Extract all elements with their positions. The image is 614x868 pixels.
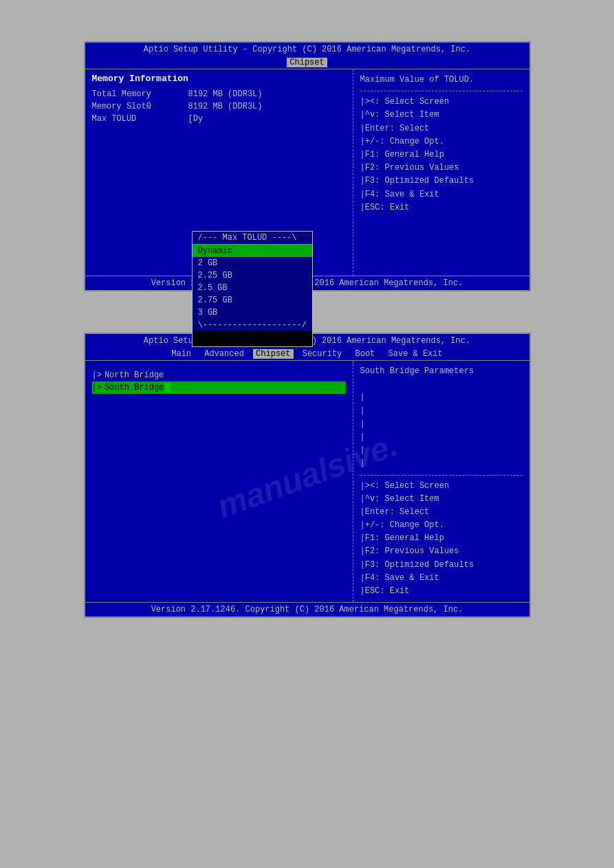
dropdown-popup[interactable]: /--- Max TOLUD ----\ Dynamic 2 GB 2.25 G… [192,231,313,347]
dropdown-footer-line: \--------------------/ [193,319,312,331]
help-change-opt-2: |+/-: Change Opt. [360,519,523,532]
help-f4-2: |F4: Save & Exit [360,572,523,585]
nav-tab-chipset[interactable]: Chipset [253,349,293,359]
screen2-spacer2: | [360,405,523,418]
screen2-spacer3: | [360,418,523,431]
bios-screen-1: Aptio Setup Utility – Copyright (C) 2016… [84,41,531,291]
screen1-left-panel: Memory Information Total Memory 8192 MB … [85,69,353,276]
screen2-left-panel: |> North Bridge |> South Bridge [85,361,353,602]
field-max-tolud: Max TOLUD [Dy [92,114,346,124]
screen1-section-title: Memory Information [92,74,346,84]
screen2-right-panel: South Bridge Parameters | | | | | | |><:… [353,361,529,602]
field-total-memory: Total Memory 8192 MB (DDR3L) [92,89,346,99]
help-enter-2: |Enter: Select [360,506,523,519]
help-f2-1: |F2: Previous Values [360,162,523,175]
field-memory-slot0-value: 8192 MB (DDR3L) [188,102,263,111]
field-max-tolud-value: [Dy [188,114,204,124]
help-esc-1: |ESC: Exit [360,201,523,214]
dropdown-item-3gb[interactable]: 3 GB [193,307,312,319]
nav-tab-boot[interactable]: Boot [351,349,380,359]
screen1-header: Aptio Setup Utility – Copyright (C) 2016… [85,43,529,56]
screen2-help-separator [360,475,523,476]
help-select-screen-2: |><: Select Screen [360,480,523,493]
screen2-right-help: South Bridge Parameters | | | | | | |><:… [360,365,523,598]
north-bridge-label: North Bridge [105,370,164,380]
screen2-spacer5: | [360,444,523,457]
screen2-spacer4: | [360,431,523,444]
help-select-screen-1: |><: Select Screen [360,96,523,109]
bios-screen-2: manualsive. Aptio Setup Utility – Copyri… [84,333,531,618]
field-total-memory-label: Total Memory [92,89,188,99]
help-f3-2: |F3: Optimized Defaults [360,559,523,572]
screen2-spacer1: | [360,391,523,404]
screen2-nav: Main Advanced Chipset Security Boot Save… [85,348,529,360]
dropdown-item-2gb[interactable]: 2 GB [193,257,312,269]
north-bridge-arrow: |> [92,370,102,380]
menu-item-north-bridge[interactable]: |> North Bridge [92,369,346,381]
nav-tab-save-exit[interactable]: Save & Exit [384,349,447,359]
help-f1-2: |F1: General Help [360,532,523,545]
help-select-item-2: |^v: Select Item [360,493,523,506]
help-esc-2: |ESC: Exit [360,585,523,598]
dropdown-footer-bar [193,331,312,346]
screen1-right-top: Maximum Value of TOLUD. [360,74,523,87]
nav-tab-main[interactable]: Main [167,349,195,359]
dropdown-item-dynamic[interactable]: Dynamic [193,245,312,257]
help-select-item-1: |^v: Select Item [360,109,523,122]
help-enter-1: |Enter: Select [360,122,523,135]
dropdown-item-2-25gb[interactable]: 2.25 GB [193,269,312,282]
screen2-spacer6: | [360,457,523,470]
help-f1-1: |F1: General Help [360,148,523,162]
screen1-active-tab[interactable]: Chipset [287,58,327,67]
south-bridge-label: South Bridge [105,383,164,392]
nav-tab-advanced[interactable]: Advanced [200,349,248,359]
screen2-footer: Version 2.17.1246. Copyright (C) 2016 Am… [85,602,529,616]
screen1-right-help: Maximum Value of TOLUD. |><: Select Scre… [360,74,523,214]
south-bridge-arrow: |> [92,383,102,392]
dropdown-title: /--- Max TOLUD ----\ [193,232,312,245]
help-f3-1: |F3: Optimized Defaults [360,175,523,188]
dropdown-item-2-5gb[interactable]: 2.5 GB [193,282,312,294]
help-f2-2: |F2: Previous Values [360,545,523,558]
screen2-body: |> North Bridge |> South Bridge South Br… [85,360,529,602]
field-memory-slot0: Memory Slot0 8192 MB (DDR3L) [92,102,346,111]
help-change-opt-1: |+/-: Change Opt. [360,135,523,148]
nav-tab-security[interactable]: Security [298,349,347,359]
field-total-memory-value: 8192 MB (DDR3L) [188,89,263,99]
field-max-tolud-label: Max TOLUD [92,114,188,124]
dropdown-item-2-75gb[interactable]: 2.75 GB [193,294,312,307]
menu-item-south-bridge[interactable]: |> South Bridge [92,381,346,394]
field-memory-slot0-label: Memory Slot0 [92,102,188,111]
help-f4-1: |F4: Save & Exit [360,188,523,201]
screen2-right-top: South Bridge Parameters [360,365,523,378]
screen1-right-panel: Maximum Value of TOLUD. |><: Select Scre… [353,69,529,276]
screen1-nav: Chipset [85,56,529,69]
screen1-body: Memory Information Total Memory 8192 MB … [85,69,529,276]
south-bridge-cursor [165,383,171,392]
screen1-help-separator [360,91,523,91]
